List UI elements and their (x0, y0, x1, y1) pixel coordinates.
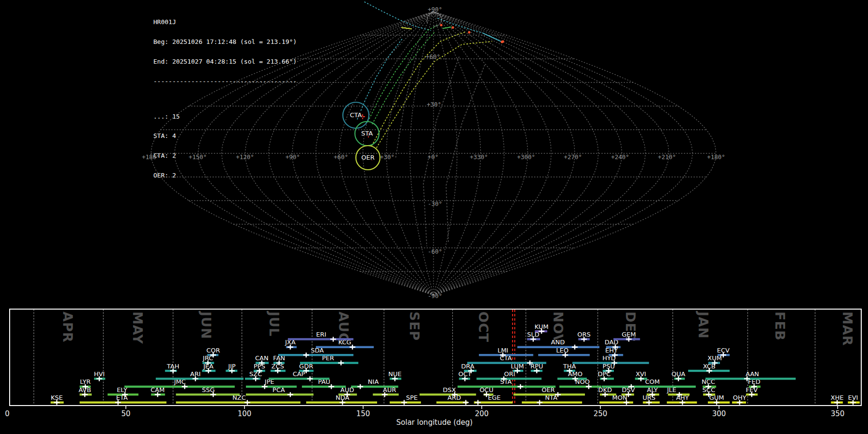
bar-ORI (476, 378, 542, 380)
bar-AND (517, 346, 599, 348)
bar-AMO (557, 378, 587, 380)
bar-JMC (124, 386, 235, 388)
bar-label-DSX: DSX (443, 386, 456, 393)
trail-tip-dot (451, 26, 454, 28)
axis-tick-label: 100 (238, 409, 252, 418)
bar-AAN (705, 378, 796, 380)
secondary-grid-curve (395, 46, 419, 159)
meteor-trail (443, 27, 451, 28)
activity-timeline: APRMAYJUNJULAUGSEPOCTNOVDECJANFEBMARKUME… (5, 309, 861, 427)
bar-label-NIA: NIA (368, 378, 379, 385)
bar-COM (602, 386, 696, 388)
latitude-label: -30° (428, 200, 442, 207)
bar-PER (300, 362, 358, 364)
axis-tick-label: 350 (831, 409, 845, 418)
peak-marker-PCA (287, 392, 293, 397)
peak-marker-NIA (357, 384, 363, 389)
month-label-jul: JUL (267, 311, 282, 337)
bar-SSG (176, 393, 240, 395)
bar-HYD (572, 362, 649, 364)
peak-marker-EGE (475, 400, 481, 405)
axis-tick-label: 0 (5, 409, 10, 418)
bar-OER (514, 393, 585, 395)
bar-label-COM: COM (645, 378, 660, 385)
bar-ERI (288, 338, 353, 340)
bar-label-ERI: ERI (316, 331, 326, 338)
bar-NZC (176, 401, 300, 403)
month-label-oct: OCT (476, 312, 491, 342)
peak-marker-NTA (537, 400, 542, 405)
bar-CAP (269, 378, 329, 380)
month-label-sep: SEP (407, 312, 422, 341)
longitude-label: +180° (142, 153, 160, 161)
sky-map: +180°+150°+120°+90°+60°+30°+0°+330°+300°… (142, 2, 725, 299)
peak-marker-ARD (463, 400, 469, 405)
app-screen: HR001J Beg: 20251026 17:12:48 (sol = 213… (0, 0, 868, 434)
bar-LMI (479, 354, 533, 356)
radiant-label-sta: STA (361, 130, 373, 137)
bar-label-AAN: AAN (746, 370, 759, 378)
axis-title: Solar longitude (deg) (396, 418, 473, 427)
longitude-label: +150° (189, 153, 207, 161)
peak-marker-AND (572, 345, 578, 350)
latitude-label: -90° (428, 292, 442, 299)
secondary-grid-curve (423, 57, 459, 246)
bar-labels: KUMERISLDORSGEMJXAKCGANDDADCORSDALMILEOE… (51, 323, 858, 402)
bar-ETA (80, 401, 166, 403)
graticule-meridian (175, 12, 434, 295)
bar-PCA (246, 393, 313, 395)
bar-DSX (420, 393, 476, 395)
longitude-label: +0° (428, 153, 439, 161)
bar-label-AND: AND (551, 339, 565, 346)
longitude-label: +210° (658, 153, 676, 161)
longitude-label: +330° (470, 153, 488, 161)
radiant-cta: CTA (343, 102, 369, 128)
month-label-mar: MAR (840, 312, 855, 346)
radiant-oer: OER (356, 146, 380, 170)
bar-NTA (522, 401, 582, 403)
bar-ARI (156, 378, 244, 380)
peak-marker-SDA (303, 353, 309, 357)
bar-label-SPE: SPE (406, 394, 418, 401)
longitude-label: +90° (285, 153, 300, 161)
bar-CTA (467, 362, 546, 364)
longitude-label: +120° (236, 153, 254, 161)
bar-JPE (246, 386, 297, 388)
latitude-label: +30° (427, 101, 441, 108)
peak-marker-PER (338, 361, 344, 366)
peak-marker-STA (517, 384, 523, 389)
longitude-label: +270° (564, 153, 582, 161)
meteor-trail (372, 32, 466, 146)
axis-tick-label: 250 (594, 409, 608, 418)
axis-tick-label: 50 (121, 409, 130, 418)
meteor-trail (357, 38, 403, 119)
trail-tip-dot (440, 24, 442, 26)
radiant-label-cta: CTA (350, 111, 362, 119)
month-label-apr: APR (60, 312, 75, 342)
bar-SDA (278, 354, 353, 356)
radiant-label-oer: OER (361, 154, 374, 161)
month-label-feb: FEB (773, 312, 787, 340)
latitude-label: -60° (428, 248, 442, 255)
meteor-trail (365, 2, 431, 30)
bar-PAU (302, 386, 346, 388)
longitude-label: +240° (611, 153, 629, 161)
bar-STA (458, 386, 556, 388)
latitude-label: +60° (426, 53, 440, 60)
axis-tick-label: 200 (475, 409, 489, 418)
longitude-label: +30° (380, 153, 394, 161)
radiant-sta: STA (355, 122, 379, 146)
longitude-label: +300° (517, 153, 535, 161)
meteor-chart-canvas: +180°+150°+120°+90°+60°+30°+0°+330°+300°… (0, 0, 868, 434)
month-label-jan: JAN (696, 311, 711, 339)
meteor-trail (372, 31, 435, 124)
bar-KCG (316, 346, 374, 348)
month-label-jun: JUN (199, 311, 214, 339)
trail-tip-dot (502, 40, 504, 42)
peak-marker-ERI (330, 337, 336, 341)
axis-tick-label: 300 (712, 409, 726, 418)
bar-NOO (559, 386, 601, 388)
trail-tip-dot (468, 31, 470, 33)
longitude-label: +180° (707, 153, 725, 161)
month-label-may: MAY (130, 312, 145, 344)
